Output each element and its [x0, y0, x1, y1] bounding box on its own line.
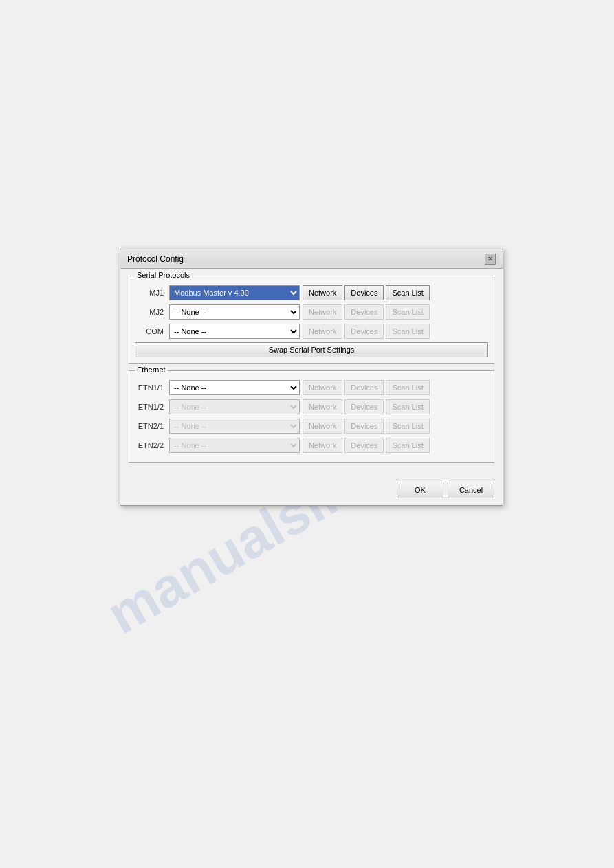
- etn22-devices-button: Devices: [344, 438, 384, 453]
- etn21-buttons: Network Devices Scan List: [303, 419, 430, 434]
- mj2-select[interactable]: -- None --: [169, 304, 300, 320]
- dialog-titlebar: Protocol Config ✕: [120, 249, 503, 269]
- mj2-buttons: Network Devices Scan List: [303, 304, 430, 320]
- close-button[interactable]: ✕: [485, 254, 496, 265]
- ok-button[interactable]: OK: [397, 482, 443, 498]
- serial-protocols-group: Serial Protocols MJ1 Modbus Master v 4.0…: [129, 276, 494, 364]
- mj2-label: MJ2: [135, 308, 169, 316]
- mj2-network-button: Network: [303, 304, 342, 320]
- etn12-buttons: Network Devices Scan List: [303, 399, 430, 414]
- etn12-devices-button: Devices: [344, 399, 384, 414]
- mj2-scanlist-button: Scan List: [386, 304, 429, 320]
- etn12-row: ETN1/2 -- None -- Network Devices Scan L…: [135, 399, 488, 415]
- etn12-select: -- None --: [169, 399, 300, 414]
- mj1-select[interactable]: Modbus Master v 4.00: [169, 285, 300, 300]
- com-devices-button: Devices: [344, 324, 384, 339]
- mj1-buttons: Network Devices Scan List: [303, 285, 430, 300]
- com-scanlist-button: Scan List: [386, 324, 429, 339]
- mj2-row: MJ2 -- None -- Network Devices Scan List: [135, 304, 488, 320]
- etn22-buttons: Network Devices Scan List: [303, 438, 430, 453]
- swap-serial-port-button[interactable]: Swap Serial Port Settings: [135, 342, 488, 357]
- etn21-network-button: Network: [303, 419, 342, 434]
- com-label: COM: [135, 327, 169, 335]
- com-row: COM -- None -- Network Devices Scan List: [135, 323, 488, 340]
- etn21-scanlist-button: Scan List: [386, 419, 429, 434]
- etn22-row: ETN2/2 -- None -- Network Devices Scan L…: [135, 437, 488, 454]
- etn11-select[interactable]: -- None --: [169, 380, 300, 395]
- etn21-devices-button: Devices: [344, 419, 384, 434]
- etn11-network-button: Network: [303, 380, 342, 395]
- ethernet-label: Ethernet: [135, 366, 168, 374]
- mj1-network-button[interactable]: Network: [303, 285, 342, 300]
- ethernet-content: ETN1/1 -- None -- Network Devices Scan L…: [135, 379, 488, 454]
- etn22-select: -- None --: [169, 438, 300, 453]
- etn21-label: ETN2/1: [135, 422, 169, 430]
- com-buttons: Network Devices Scan List: [303, 324, 430, 339]
- etn11-devices-button: Devices: [344, 380, 384, 395]
- etn12-network-button: Network: [303, 399, 342, 414]
- com-network-button: Network: [303, 324, 342, 339]
- etn11-buttons: Network Devices Scan List: [303, 380, 430, 395]
- etn12-label: ETN1/2: [135, 403, 169, 411]
- etn22-network-button: Network: [303, 438, 342, 453]
- cancel-button[interactable]: Cancel: [448, 482, 494, 498]
- dialog-title: Protocol Config: [127, 254, 184, 264]
- dialog-body: Serial Protocols MJ1 Modbus Master v 4.0…: [120, 269, 503, 478]
- etn21-select: -- None --: [169, 419, 300, 434]
- com-select[interactable]: -- None --: [169, 324, 300, 339]
- etn22-scanlist-button: Scan List: [386, 438, 429, 453]
- etn12-scanlist-button: Scan List: [386, 399, 429, 414]
- etn22-label: ETN2/2: [135, 441, 169, 449]
- mj1-row: MJ1 Modbus Master v 4.00 Network Devices…: [135, 285, 488, 301]
- etn11-scanlist-button: Scan List: [386, 380, 429, 395]
- etn21-row: ETN2/1 -- None -- Network Devices Scan L…: [135, 418, 488, 434]
- serial-protocols-label: Serial Protocols: [135, 271, 192, 279]
- protocol-config-dialog: Protocol Config ✕ Serial Protocols MJ1 M…: [120, 249, 503, 506]
- etn11-row: ETN1/1 -- None -- Network Devices Scan L…: [135, 379, 488, 396]
- mj1-devices-button[interactable]: Devices: [344, 285, 384, 300]
- swap-row: Swap Serial Port Settings: [135, 342, 488, 357]
- mj1-label: MJ1: [135, 289, 169, 297]
- page-background: manualslib.com Protocol Config ✕ Serial …: [0, 0, 614, 868]
- serial-protocols-content: MJ1 Modbus Master v 4.00 Network Devices…: [135, 285, 488, 357]
- etn11-label: ETN1/1: [135, 383, 169, 392]
- mj2-devices-button: Devices: [344, 304, 384, 320]
- mj1-scanlist-button[interactable]: Scan List: [386, 285, 429, 300]
- dialog-footer: OK Cancel: [120, 478, 503, 505]
- ethernet-group: Ethernet ETN1/1 -- None -- Network Devic…: [129, 370, 494, 463]
